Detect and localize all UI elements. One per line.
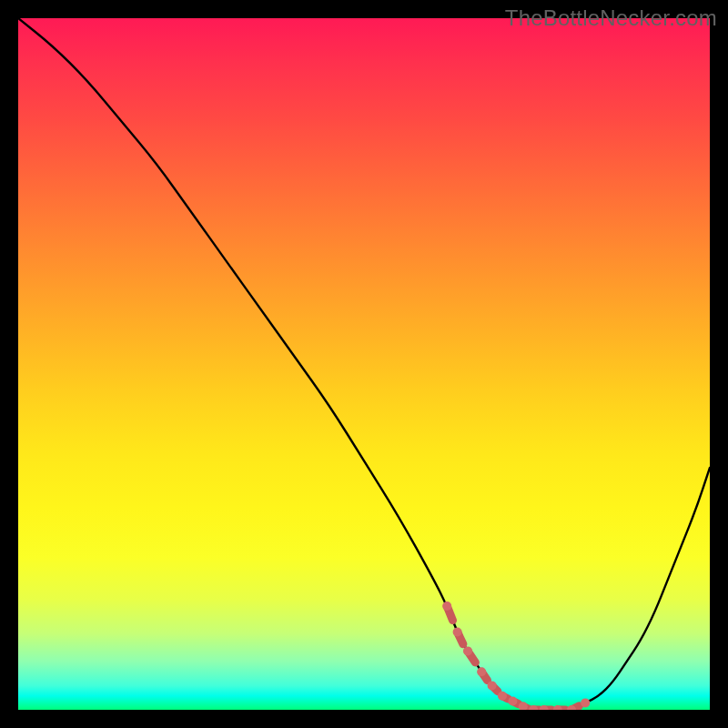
valley-marker-dot xyxy=(508,697,517,706)
plot-area xyxy=(18,18,710,710)
valley-marker-dot xyxy=(442,602,451,611)
valley-marker-dot xyxy=(498,692,507,701)
valley-marker-dot xyxy=(488,681,497,690)
watermark: TheBottleNecker.com xyxy=(505,5,717,31)
valley-marker-dot xyxy=(581,698,590,707)
bottleneck-curve xyxy=(18,18,710,710)
valley-marker-dot xyxy=(477,667,486,676)
valley-marker-dot xyxy=(453,628,462,637)
valley-marker-dot xyxy=(463,646,472,655)
chart-container: TheBottleNecker.com xyxy=(0,0,728,728)
valley-marker-segments xyxy=(447,606,579,710)
